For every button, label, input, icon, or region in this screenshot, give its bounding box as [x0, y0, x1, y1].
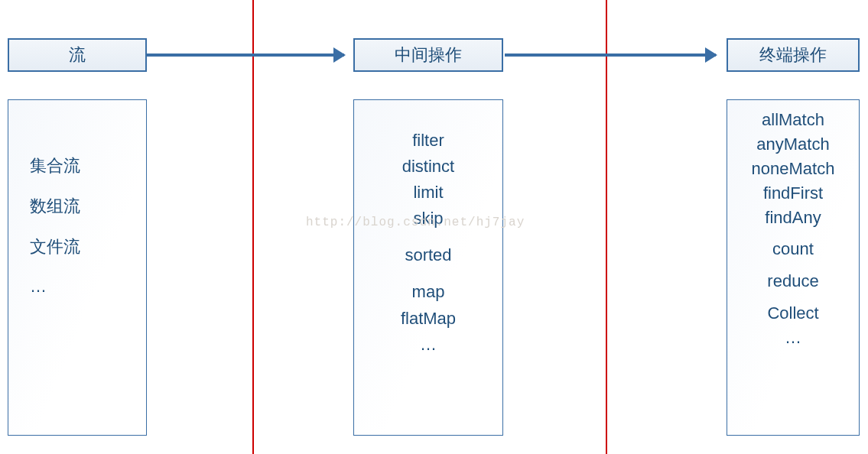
- terminal-header: 终端操作: [727, 38, 860, 72]
- intermediate-item: limit: [362, 180, 495, 206]
- intermediate-item: flatMap: [362, 306, 495, 332]
- intermediate-item: sorted: [362, 242, 495, 268]
- intermediate-item: …: [362, 332, 495, 358]
- intermediate-header: 中间操作: [353, 38, 503, 72]
- terminal-item: reduce: [735, 269, 851, 293]
- terminal-item: findFirst: [735, 181, 851, 206]
- terminal-item: allMatch: [735, 108, 851, 132]
- source-header: 流: [8, 38, 147, 72]
- source-item: 数组流: [30, 186, 138, 227]
- terminal-item: count: [735, 237, 851, 261]
- source-body: 集合流 数组流 文件流 …: [8, 99, 147, 436]
- terminal-body: allMatch anyMatch noneMatch findFirst fi…: [727, 99, 860, 436]
- source-item: …: [30, 267, 138, 307]
- terminal-item: …: [735, 326, 851, 350]
- terminal-item: noneMatch: [735, 157, 851, 181]
- divider-2: [606, 0, 607, 454]
- intermediate-item: distinct: [362, 154, 495, 180]
- arrow-source-to-intermediate: [147, 54, 344, 57]
- intermediate-item: map: [362, 279, 495, 305]
- source-item: 文件流: [30, 227, 138, 268]
- intermediate-item: skip: [362, 206, 495, 232]
- intermediate-item: filter: [362, 128, 495, 154]
- terminal-item: Collect: [735, 301, 851, 326]
- intermediate-body: filter distinct limit skip sorted map fl…: [353, 99, 503, 436]
- divider-1: [252, 0, 254, 454]
- source-item: 集合流: [30, 146, 138, 186]
- terminal-item: anyMatch: [735, 132, 851, 157]
- terminal-item: findAny: [735, 206, 851, 230]
- arrow-intermediate-to-terminal: [505, 54, 716, 57]
